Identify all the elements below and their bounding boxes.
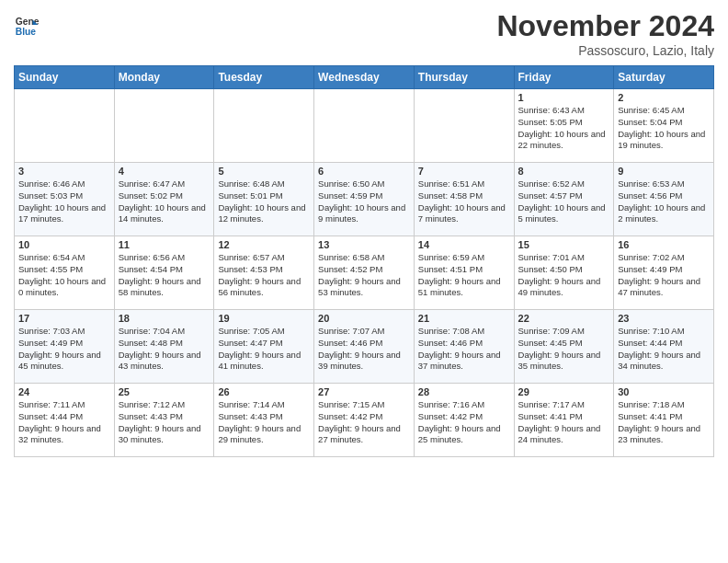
calendar-cell: 5Sunrise: 6:48 AMSunset: 5:01 PMDaylight… xyxy=(214,163,314,236)
calendar-cell: 3Sunrise: 6:46 AMSunset: 5:03 PMDaylight… xyxy=(15,163,115,236)
day-info: Sunrise: 7:01 AMSunset: 4:50 PMDaylight:… xyxy=(518,252,610,299)
day-info: Sunrise: 7:03 AMSunset: 4:49 PMDaylight:… xyxy=(18,326,110,373)
weekday-header: Sunday xyxy=(15,66,115,89)
day-number: 18 xyxy=(119,313,210,324)
day-number: 4 xyxy=(119,166,210,177)
weekday-header: Saturday xyxy=(614,66,714,89)
day-number: 1 xyxy=(518,92,610,103)
calendar-cell: 30Sunrise: 7:18 AMSunset: 4:41 PMDayligh… xyxy=(614,384,714,457)
day-info: Sunrise: 7:17 AMSunset: 4:41 PMDaylight:… xyxy=(518,399,610,446)
weekday-header: Tuesday xyxy=(214,66,314,89)
day-number: 16 xyxy=(618,239,710,250)
calendar-cell: 22Sunrise: 7:09 AMSunset: 4:45 PMDayligh… xyxy=(514,310,614,384)
day-number: 2 xyxy=(618,92,710,103)
calendar-cell: 6Sunrise: 6:50 AMSunset: 4:59 PMDaylight… xyxy=(314,163,415,236)
day-info: Sunrise: 6:56 AMSunset: 4:54 PMDaylight:… xyxy=(119,252,210,299)
calendar-cell: 19Sunrise: 7:05 AMSunset: 4:47 PMDayligh… xyxy=(214,310,314,384)
day-number: 15 xyxy=(518,239,610,250)
weekday-header-row: SundayMondayTuesdayWednesdayThursdayFrid… xyxy=(15,66,714,89)
day-info: Sunrise: 6:53 AMSunset: 4:56 PMDaylight:… xyxy=(618,178,710,225)
calendar-cell: 11Sunrise: 6:56 AMSunset: 4:54 PMDayligh… xyxy=(114,236,214,310)
calendar-cell: 17Sunrise: 7:03 AMSunset: 4:49 PMDayligh… xyxy=(15,310,115,384)
calendar-cell: 26Sunrise: 7:14 AMSunset: 4:43 PMDayligh… xyxy=(214,384,314,457)
calendar-week-row: 1Sunrise: 6:43 AMSunset: 5:05 PMDaylight… xyxy=(15,89,714,163)
day-number: 8 xyxy=(518,166,610,177)
day-number: 23 xyxy=(618,313,710,324)
calendar-cell xyxy=(314,89,415,163)
day-number: 7 xyxy=(418,166,510,177)
calendar-cell: 2Sunrise: 6:45 AMSunset: 5:04 PMDaylight… xyxy=(614,89,714,163)
calendar-cell: 14Sunrise: 6:59 AMSunset: 4:51 PMDayligh… xyxy=(414,236,514,310)
day-number: 30 xyxy=(618,386,710,397)
day-number: 22 xyxy=(518,313,610,324)
month-title: November 2024 xyxy=(496,9,714,43)
day-info: Sunrise: 6:45 AMSunset: 5:04 PMDaylight:… xyxy=(618,105,710,152)
day-number: 27 xyxy=(318,386,410,397)
day-info: Sunrise: 6:43 AMSunset: 5:05 PMDaylight:… xyxy=(518,105,610,152)
calendar-cell: 29Sunrise: 7:17 AMSunset: 4:41 PMDayligh… xyxy=(514,384,614,457)
day-info: Sunrise: 6:59 AMSunset: 4:51 PMDaylight:… xyxy=(418,252,510,299)
day-info: Sunrise: 7:04 AMSunset: 4:48 PMDaylight:… xyxy=(119,326,210,373)
day-number: 20 xyxy=(318,313,410,324)
day-info: Sunrise: 7:08 AMSunset: 4:46 PMDaylight:… xyxy=(418,326,510,373)
calendar-cell: 7Sunrise: 6:51 AMSunset: 4:58 PMDaylight… xyxy=(414,163,514,236)
day-info: Sunrise: 7:12 AMSunset: 4:43 PMDaylight:… xyxy=(119,399,210,446)
day-number: 11 xyxy=(119,239,210,250)
calendar-week-row: 17Sunrise: 7:03 AMSunset: 4:49 PMDayligh… xyxy=(15,310,714,384)
calendar-cell: 10Sunrise: 6:54 AMSunset: 4:55 PMDayligh… xyxy=(15,236,115,310)
calendar-cell xyxy=(114,89,214,163)
weekday-header: Friday xyxy=(514,66,614,89)
day-number: 29 xyxy=(518,386,610,397)
day-number: 10 xyxy=(18,239,110,250)
svg-text:Blue: Blue xyxy=(16,27,37,37)
day-info: Sunrise: 7:18 AMSunset: 4:41 PMDaylight:… xyxy=(618,399,710,446)
location: Passoscuro, Lazio, Italy xyxy=(496,43,714,58)
day-number: 12 xyxy=(218,239,310,250)
weekday-header: Thursday xyxy=(414,66,514,89)
svg-text:General: General xyxy=(16,17,40,27)
title-block: November 2024 Passoscuro, Lazio, Italy xyxy=(496,9,714,58)
day-info: Sunrise: 6:47 AMSunset: 5:02 PMDaylight:… xyxy=(119,178,210,225)
calendar-cell: 15Sunrise: 7:01 AMSunset: 4:50 PMDayligh… xyxy=(514,236,614,310)
day-number: 28 xyxy=(418,386,510,397)
day-info: Sunrise: 6:50 AMSunset: 4:59 PMDaylight:… xyxy=(318,178,410,225)
calendar-cell: 28Sunrise: 7:16 AMSunset: 4:42 PMDayligh… xyxy=(414,384,514,457)
calendar-cell: 21Sunrise: 7:08 AMSunset: 4:46 PMDayligh… xyxy=(414,310,514,384)
day-number: 13 xyxy=(318,239,410,250)
calendar-cell: 16Sunrise: 7:02 AMSunset: 4:49 PMDayligh… xyxy=(614,236,714,310)
day-number: 25 xyxy=(119,386,210,397)
day-number: 9 xyxy=(618,166,710,177)
calendar-cell xyxy=(15,89,115,163)
calendar-week-row: 10Sunrise: 6:54 AMSunset: 4:55 PMDayligh… xyxy=(15,236,714,310)
logo-icon: General Blue xyxy=(14,13,40,39)
day-number: 26 xyxy=(218,386,310,397)
day-info: Sunrise: 7:05 AMSunset: 4:47 PMDaylight:… xyxy=(218,326,310,373)
day-info: Sunrise: 6:58 AMSunset: 4:52 PMDaylight:… xyxy=(318,252,410,299)
day-number: 6 xyxy=(318,166,410,177)
calendar-cell: 13Sunrise: 6:58 AMSunset: 4:52 PMDayligh… xyxy=(314,236,415,310)
day-number: 24 xyxy=(18,386,110,397)
calendar-cell: 27Sunrise: 7:15 AMSunset: 4:42 PMDayligh… xyxy=(314,384,415,457)
calendar-cell: 25Sunrise: 7:12 AMSunset: 4:43 PMDayligh… xyxy=(114,384,214,457)
weekday-header: Wednesday xyxy=(314,66,415,89)
calendar-cell xyxy=(414,89,514,163)
day-info: Sunrise: 7:09 AMSunset: 4:45 PMDaylight:… xyxy=(518,326,610,373)
day-number: 3 xyxy=(18,166,110,177)
calendar-cell: 8Sunrise: 6:52 AMSunset: 4:57 PMDaylight… xyxy=(514,163,614,236)
calendar-cell: 4Sunrise: 6:47 AMSunset: 5:02 PMDaylight… xyxy=(114,163,214,236)
calendar-cell: 23Sunrise: 7:10 AMSunset: 4:44 PMDayligh… xyxy=(614,310,714,384)
calendar-cell: 9Sunrise: 6:53 AMSunset: 4:56 PMDaylight… xyxy=(614,163,714,236)
day-info: Sunrise: 6:57 AMSunset: 4:53 PMDaylight:… xyxy=(218,252,310,299)
day-info: Sunrise: 6:51 AMSunset: 4:58 PMDaylight:… xyxy=(418,178,510,225)
day-info: Sunrise: 7:14 AMSunset: 4:43 PMDaylight:… xyxy=(218,399,310,446)
day-number: 17 xyxy=(18,313,110,324)
day-info: Sunrise: 6:48 AMSunset: 5:01 PMDaylight:… xyxy=(218,178,310,225)
calendar-week-row: 3Sunrise: 6:46 AMSunset: 5:03 PMDaylight… xyxy=(15,163,714,236)
day-number: 19 xyxy=(218,313,310,324)
logo: General Blue xyxy=(14,13,40,39)
day-info: Sunrise: 7:07 AMSunset: 4:46 PMDaylight:… xyxy=(318,326,410,373)
day-info: Sunrise: 7:10 AMSunset: 4:44 PMDaylight:… xyxy=(618,326,710,373)
weekday-header: Monday xyxy=(114,66,214,89)
day-info: Sunrise: 6:46 AMSunset: 5:03 PMDaylight:… xyxy=(18,178,110,225)
day-info: Sunrise: 6:52 AMSunset: 4:57 PMDaylight:… xyxy=(518,178,610,225)
